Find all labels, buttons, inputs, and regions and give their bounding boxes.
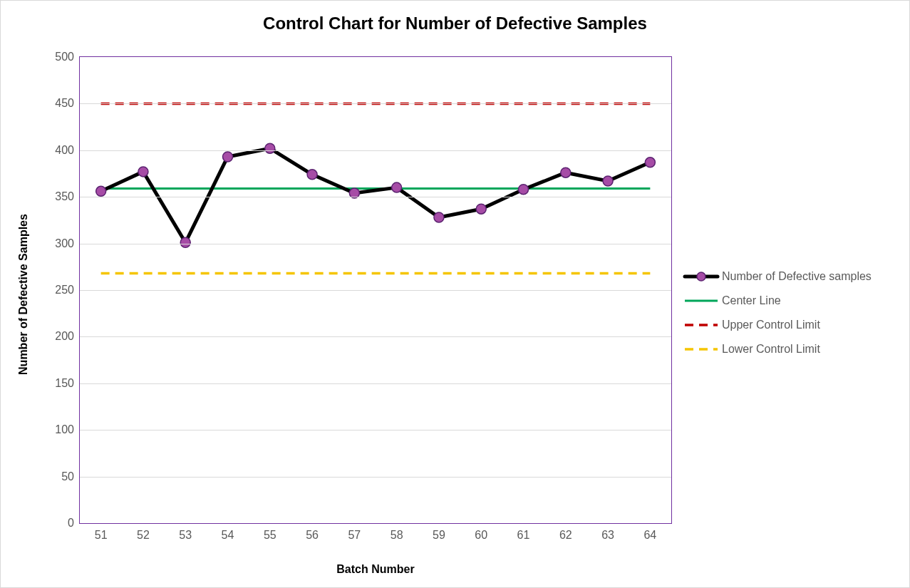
grid-line bbox=[80, 336, 671, 337]
y-tick-label: 350 bbox=[55, 190, 74, 203]
grid-line bbox=[80, 197, 671, 197]
x-tick-label: 64 bbox=[643, 529, 656, 542]
y-tick-label: 0 bbox=[68, 517, 74, 530]
x-tick-label: 53 bbox=[179, 529, 192, 542]
grid-line bbox=[80, 244, 671, 244]
x-tick-label: 56 bbox=[306, 529, 319, 542]
x-tick-label: 61 bbox=[517, 529, 530, 542]
legend-label: Lower Control Limit bbox=[722, 343, 820, 356]
x-tick-label: 58 bbox=[391, 529, 403, 542]
legend-item-data: Number of Defective samples bbox=[685, 264, 872, 289]
x-tick-label: 59 bbox=[433, 529, 445, 542]
legend: Number of Defective samples Center Line … bbox=[685, 264, 872, 361]
grid-line bbox=[80, 150, 671, 151]
x-tick-label: 57 bbox=[348, 529, 361, 542]
data-marker bbox=[223, 152, 233, 162]
legend-swatch-center-icon bbox=[685, 294, 718, 308]
data-marker bbox=[392, 182, 402, 192]
data-marker bbox=[645, 158, 655, 167]
data-marker bbox=[307, 170, 317, 180]
legend-label: Upper Control Limit bbox=[722, 319, 820, 331]
legend-item-lcl: Lower Control Limit bbox=[685, 337, 872, 361]
legend-swatch-ucl-icon bbox=[685, 318, 718, 332]
legend-label: Center Line bbox=[722, 294, 781, 307]
y-tick-label: 250 bbox=[55, 284, 74, 296]
y-tick-label: 100 bbox=[55, 423, 74, 436]
data-marker bbox=[519, 185, 529, 195]
legend-swatch-lcl-icon bbox=[685, 342, 718, 356]
x-tick-label: 51 bbox=[95, 529, 108, 542]
data-marker bbox=[96, 186, 106, 196]
y-tick-label: 200 bbox=[55, 330, 74, 343]
chart-container: Control Chart for Number of Defective Sa… bbox=[0, 0, 910, 588]
legend-swatch-data-icon bbox=[685, 269, 718, 284]
x-tick-label: 62 bbox=[559, 529, 572, 542]
x-axis-title: Batch Number bbox=[79, 563, 672, 576]
data-marker bbox=[476, 204, 486, 214]
grid-line bbox=[80, 103, 671, 104]
y-tick-label: 50 bbox=[61, 470, 74, 483]
x-tick-label: 55 bbox=[264, 529, 276, 542]
legend-item-ucl: Upper Control Limit bbox=[685, 313, 872, 337]
legend-label: Number of Defective samples bbox=[722, 270, 872, 283]
chart-title: Control Chart for Number of Defective Sa… bbox=[1, 14, 909, 33]
data-marker bbox=[603, 176, 613, 186]
y-axis-title: Number of Defective Samples bbox=[17, 214, 30, 375]
x-tick-label: 60 bbox=[475, 529, 487, 542]
data-marker bbox=[434, 212, 444, 222]
x-tick-label: 63 bbox=[601, 529, 614, 542]
data-marker bbox=[138, 167, 148, 177]
data-series-line bbox=[101, 148, 651, 242]
svg-point-1 bbox=[697, 272, 705, 281]
legend-item-center: Center Line bbox=[685, 289, 872, 313]
y-tick-label: 300 bbox=[55, 237, 74, 250]
x-tick-label: 54 bbox=[222, 529, 234, 542]
y-tick-label: 500 bbox=[55, 51, 74, 63]
grid-line bbox=[80, 290, 671, 291]
data-marker bbox=[180, 237, 190, 247]
grid-line bbox=[80, 430, 671, 430]
grid-line bbox=[80, 477, 671, 478]
plot-area: 0501001502002503003504004505005152535455… bbox=[79, 56, 672, 524]
y-tick-label: 450 bbox=[55, 97, 74, 110]
data-marker bbox=[561, 167, 571, 177]
grid-line bbox=[80, 383, 671, 384]
y-tick-label: 400 bbox=[55, 144, 74, 157]
y-tick-label: 150 bbox=[55, 377, 74, 390]
data-marker bbox=[265, 143, 275, 153]
x-tick-label: 52 bbox=[137, 529, 150, 542]
